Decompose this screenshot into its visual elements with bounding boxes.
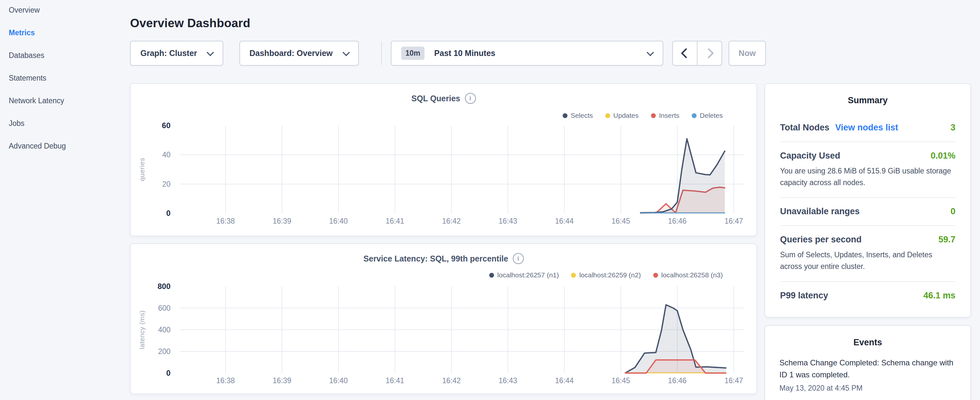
summary-row: Total NodesView nodes list3 [780, 114, 955, 142]
svg-text:0: 0 [166, 209, 170, 217]
svg-text:20: 20 [162, 180, 170, 188]
dashboard-dropdown-label: Dashboard: Overview [250, 49, 332, 58]
svg-text:0: 0 [166, 369, 170, 377]
sidebar-item-metrics[interactable]: Metrics [0, 26, 129, 49]
graph-dropdown[interactable]: Graph: Cluster [130, 41, 223, 66]
svg-text:16:44: 16:44 [555, 217, 574, 225]
svg-text:40: 40 [162, 150, 170, 159]
summary-row-label: Capacity Used [780, 151, 840, 161]
svg-text:16:46: 16:46 [668, 217, 687, 225]
svg-text:16:39: 16:39 [273, 376, 291, 385]
summary-row-value: 0 [951, 207, 955, 217]
time-window-badge: 10m [401, 46, 425, 60]
sql-queries-chart: 16:3816:3916:4016:4116:4216:4316:4416:45… [131, 84, 756, 236]
svg-text:latency (ms): latency (ms) [138, 310, 146, 349]
svg-text:16:45: 16:45 [611, 217, 630, 225]
time-forward-button[interactable] [697, 41, 721, 65]
svg-text:16:38: 16:38 [216, 376, 235, 385]
time-step-buttons [672, 41, 722, 66]
sidebar-item-databases[interactable]: Databases [0, 49, 129, 71]
controls-divider [381, 41, 382, 65]
svg-text:16:41: 16:41 [386, 217, 404, 225]
events-heading: Events [780, 326, 956, 347]
sidebar-item-statements[interactable]: Statements [0, 71, 129, 94]
sidebar-item-advanced-debug[interactable]: Advanced Debug [0, 139, 129, 162]
summary-row-description: You are using 28.6 MiB of 515.9 GiB usab… [780, 166, 955, 188]
svg-text:16:40: 16:40 [329, 376, 348, 385]
svg-text:600: 600 [158, 304, 170, 312]
chevron-down-icon [343, 49, 350, 56]
summary-row-label: Total Nodes [780, 123, 830, 133]
events-panel: Events Schema Change Completed: Schema c… [765, 325, 971, 400]
chevron-down-icon [207, 49, 214, 56]
svg-text:16:39: 16:39 [273, 217, 291, 225]
svg-text:16:45: 16:45 [611, 376, 630, 385]
svg-text:16:42: 16:42 [442, 217, 461, 225]
summary-row-value: 0.01% [931, 151, 955, 161]
summary-row-label: Unavailable ranges [780, 207, 860, 217]
time-range-picker[interactable]: 10m Past 10 Minutes [391, 41, 663, 66]
summary-row-value: 3 [951, 123, 955, 133]
svg-text:16:47: 16:47 [724, 217, 743, 225]
svg-text:200: 200 [158, 347, 170, 356]
svg-text:400: 400 [158, 325, 170, 334]
sidebar: OverviewMetricsDatabasesStatementsNetwor… [0, 0, 129, 400]
time-window-label: Past 10 Minutes [434, 49, 495, 58]
svg-text:16:40: 16:40 [329, 217, 348, 225]
summary-row: Queries per second59.7Sum of Selects, Up… [780, 226, 955, 282]
svg-text:16:38: 16:38 [216, 217, 235, 225]
sql-queries-chart-card: SQL Queries i SelectsUpdatesInsertsDelet… [130, 83, 757, 236]
event-item[interactable]: Schema Change Completed: Schema change w… [780, 357, 956, 392]
svg-text:queries: queries [138, 158, 146, 181]
time-back-button[interactable] [673, 41, 697, 65]
sidebar-item-jobs[interactable]: Jobs [0, 116, 129, 139]
svg-text:16:43: 16:43 [499, 217, 517, 225]
service-latency-chart-card: Service Latency: SQL, 99th percentile i … [130, 243, 757, 394]
event-timestamp: May 13, 2020 at 4:45 PM [780, 384, 956, 392]
event-message: Schema Change Completed: Schema change w… [780, 357, 956, 381]
svg-text:16:47: 16:47 [724, 376, 743, 385]
service-latency-chart: 16:3816:3916:4016:4116:4216:4316:4416:45… [131, 244, 756, 394]
graph-dropdown-label: Graph: Cluster [140, 49, 197, 58]
svg-text:60: 60 [162, 121, 170, 130]
svg-text:16:43: 16:43 [499, 376, 517, 385]
summary-row: Capacity Used0.01%You are using 28.6 MiB… [780, 142, 955, 198]
summary-row-value: 59.7 [938, 234, 955, 245]
view-nodes-list-link[interactable]: View nodes list [835, 123, 899, 133]
sidebar-item-overview[interactable]: Overview [0, 3, 129, 26]
summary-row-label: Queries per second [780, 234, 862, 245]
svg-text:16:41: 16:41 [386, 376, 404, 385]
svg-text:16:44: 16:44 [555, 376, 574, 385]
sidebar-item-network-latency[interactable]: Network Latency [0, 94, 129, 116]
now-button[interactable]: Now [729, 41, 766, 66]
svg-text:16:42: 16:42 [442, 376, 461, 385]
dashboard-dropdown[interactable]: Dashboard: Overview [239, 41, 359, 66]
summary-panel: Summary Total NodesView nodes list3Capac… [765, 83, 971, 317]
chevron-down-icon [647, 49, 654, 56]
summary-row: P99 latency46.1 ms [780, 282, 955, 309]
page-title: Overview Dashboard [130, 16, 250, 30]
chevron-right-icon [703, 48, 714, 59]
chevron-left-icon [681, 48, 691, 59]
svg-text:800: 800 [158, 282, 170, 291]
summary-row: Unavailable ranges0 [780, 198, 955, 226]
summary-heading: Summary [780, 84, 955, 105]
summary-row-value: 46.1 ms [923, 291, 955, 301]
summary-row-description: Sum of Selects, Updates, Inserts, and De… [780, 249, 955, 272]
svg-text:16:46: 16:46 [668, 376, 687, 385]
summary-row-label: P99 latency [780, 291, 828, 301]
